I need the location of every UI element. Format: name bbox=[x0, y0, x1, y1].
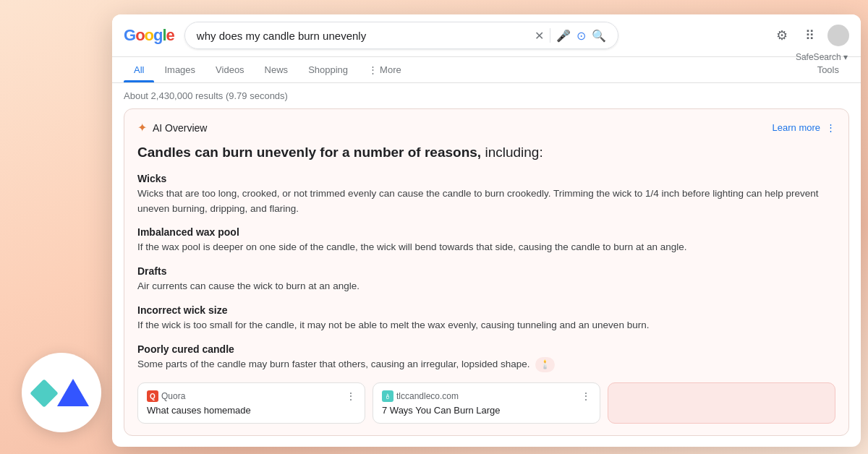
search-input: why does my candle burn unevenly bbox=[197, 30, 529, 42]
reason-poorly-cured: Poorly cured candle Some parts of the ca… bbox=[137, 343, 835, 372]
ai-overview-header: ✦ AI Overview Learn more ⋮ bbox=[137, 121, 835, 134]
avatar[interactable] bbox=[827, 25, 849, 46]
search-bar[interactable]: why does my candle burn unevenly ✕ 🎤 ⊙ 🔍 bbox=[184, 22, 618, 49]
voice-icon[interactable]: 🎤 bbox=[556, 29, 571, 43]
brand-logo bbox=[22, 353, 101, 432]
ai-heading: Candles can burn unevenly for a number o… bbox=[137, 143, 835, 163]
tabs-bar: All Images Videos News Shopping ⋮ More T… bbox=[112, 57, 861, 83]
logo-diamond bbox=[30, 379, 59, 408]
reason-drafts: Drafts Air currents can cause the wick t… bbox=[137, 265, 835, 294]
card-pink[interactable] bbox=[608, 382, 835, 424]
reason-wax-pool: Imbalanced wax pool If the wax pool is d… bbox=[137, 226, 835, 255]
ai-overview-actions: Learn more ⋮ bbox=[773, 122, 835, 133]
clear-icon[interactable]: ✕ bbox=[535, 29, 544, 43]
tab-shopping[interactable]: Shopping bbox=[298, 57, 358, 82]
bottom-cards: Q Quora ⋮ What causes homemade 🕯 tlccand… bbox=[137, 382, 835, 424]
header-right: ⚙ ⠿ bbox=[773, 25, 849, 46]
divider bbox=[550, 28, 550, 43]
emoji-pill: 🕯️ bbox=[535, 357, 555, 372]
tab-all[interactable]: All bbox=[124, 57, 154, 82]
card-menu-tlc[interactable]: ⋮ bbox=[581, 390, 591, 402]
ai-star-icon: ✦ bbox=[137, 121, 147, 134]
lens-icon[interactable]: ⊙ bbox=[576, 29, 586, 43]
ai-overview-title: ✦ AI Overview bbox=[137, 121, 207, 134]
results-count: About 2,430,000 results (9.79 seconds) bbox=[124, 87, 849, 108]
tab-news[interactable]: News bbox=[255, 57, 299, 82]
candle-icon: 🕯 bbox=[382, 390, 393, 402]
more-options-icon[interactable]: ⋮ bbox=[826, 122, 835, 133]
card-quora[interactable]: Q Quora ⋮ What causes homemade bbox=[137, 382, 365, 424]
reason-wick-size: Incorrect wick size If the wick is too s… bbox=[137, 304, 835, 333]
settings-icon[interactable]: ⚙ bbox=[773, 26, 791, 45]
tab-images[interactable]: Images bbox=[154, 57, 205, 82]
card-source-tlc: 🕯 tlccandleco.com ⋮ bbox=[382, 390, 591, 402]
google-header: Google why does my candle burn unevenly … bbox=[112, 14, 861, 57]
ai-overview-box: ✦ AI Overview Learn more ⋮ Candles can b… bbox=[124, 108, 849, 436]
results-area[interactable]: About 2,430,000 results (9.79 seconds) ✦… bbox=[112, 83, 861, 436]
browser-window: Google why does my candle burn unevenly … bbox=[112, 14, 861, 447]
tab-videos[interactable]: Videos bbox=[205, 57, 255, 82]
card-source-quora: Q Quora ⋮ bbox=[147, 390, 356, 402]
google-logo: Google bbox=[124, 26, 174, 45]
apps-icon[interactable]: ⠿ bbox=[800, 26, 819, 45]
reason-wicks: Wicks Wicks that are too long, crooked, … bbox=[137, 173, 835, 217]
tab-more[interactable]: ⋮ More bbox=[358, 57, 412, 82]
safesearch-label: SafeSearch ▾ bbox=[796, 52, 848, 62]
quora-icon: Q bbox=[147, 390, 158, 402]
card-menu-quora[interactable]: ⋮ bbox=[346, 390, 356, 402]
search-submit-icon[interactable]: 🔍 bbox=[592, 29, 606, 43]
learn-more-link[interactable]: Learn more bbox=[773, 122, 820, 133]
logo-triangle bbox=[57, 379, 89, 406]
card-tlccandle[interactable]: 🕯 tlccandleco.com ⋮ 7 Ways You Can Burn … bbox=[373, 382, 600, 424]
